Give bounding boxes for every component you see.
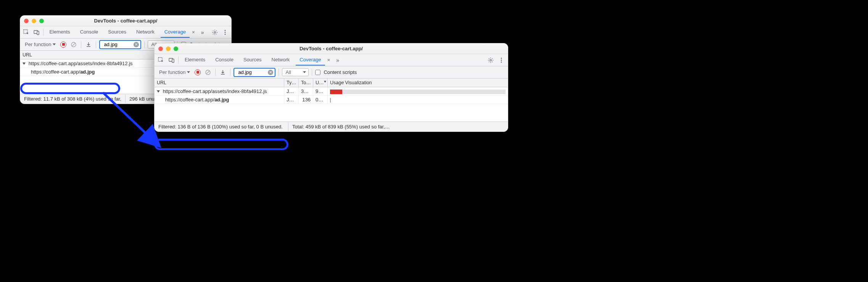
kebab-menu-icon[interactable] (497, 56, 506, 64)
column-headers: URL Ty… To… U… Usage Visualization (155, 79, 508, 87)
svg-line-8 (72, 43, 75, 46)
inspect-icon[interactable] (157, 56, 165, 64)
tab-network[interactable]: Network (268, 54, 294, 66)
table-row[interactable]: https://coffee-cart.app/ad.jpg JS… 136 0… (155, 96, 508, 104)
svg-rect-11 (172, 59, 174, 62)
content-scripts-label: Content scripts (324, 69, 357, 75)
granularity-dropdown[interactable]: Per function (158, 69, 192, 76)
col-viz[interactable]: Usage Visualization (328, 79, 508, 87)
coverage-rows: https://coffee-cart.app/assets/index-8bf… (155, 87, 508, 122)
separator (43, 29, 43, 36)
record-button[interactable] (60, 42, 66, 48)
row-url-prefix: https://coffee-cart.app/ (31, 69, 80, 75)
svg-point-5 (224, 32, 225, 33)
more-tabs-icon[interactable]: » (199, 28, 206, 37)
tab-sources[interactable]: Sources (240, 54, 266, 66)
disclosure-triangle-icon[interactable] (157, 90, 160, 93)
svg-rect-2 (37, 31, 39, 35)
export-icon[interactable] (219, 68, 227, 77)
settings-gear-icon[interactable] (486, 56, 495, 64)
separator (230, 69, 230, 76)
row-type: JS… (284, 96, 299, 104)
close-tab-icon[interactable]: × (326, 56, 332, 64)
tab-console[interactable]: Console (76, 27, 102, 38)
row-url: https://coffee-cart.app/assets/index-8bf… (163, 88, 267, 94)
svg-point-3 (214, 31, 216, 33)
device-toolbar-icon[interactable] (33, 28, 41, 37)
col-url[interactable]: URL (155, 79, 284, 87)
col-type[interactable]: Ty… (284, 79, 299, 87)
row-url-prefix: https://coffee-cart.app/ (165, 97, 214, 103)
tab-elements[interactable]: Elements (45, 27, 74, 38)
tab-network[interactable]: Network (132, 27, 158, 38)
col-unused[interactable]: U… (313, 79, 328, 87)
type-filter-label: All (285, 69, 291, 75)
more-tabs-icon[interactable]: » (334, 56, 341, 65)
row-viz (328, 88, 508, 95)
row-total: 136 (299, 96, 313, 104)
svg-point-6 (224, 34, 225, 35)
chevron-down-icon (187, 71, 190, 73)
titlebar[interactable]: DevTools - coffee-cart.app/ (20, 16, 231, 26)
col-total[interactable]: To… (299, 79, 313, 87)
separator (96, 41, 96, 48)
separator (279, 69, 279, 76)
svg-line-17 (206, 71, 209, 74)
svg-point-4 (224, 30, 225, 31)
url-filter-text[interactable] (103, 41, 134, 48)
tab-sources[interactable]: Sources (104, 27, 130, 38)
tab-coverage[interactable]: Coverage (296, 54, 325, 66)
device-toolbar-icon[interactable] (167, 56, 176, 64)
tab-elements[interactable]: Elements (181, 54, 209, 66)
annotation-highlight (154, 139, 288, 150)
panel-tabbar: Elements Console Sources Network Coverag… (155, 54, 508, 66)
row-url-match: ad.jpg (80, 69, 95, 75)
titlebar[interactable]: DevTools - coffee-cart.app/ (155, 43, 508, 54)
svg-point-12 (490, 59, 491, 61)
granularity-dropdown[interactable]: Per function (23, 41, 57, 48)
panel-tabbar: Elements Console Sources Network Coverag… (20, 26, 231, 38)
separator (81, 41, 81, 48)
export-icon[interactable] (84, 40, 93, 49)
url-filter-text[interactable] (237, 69, 268, 75)
separator (178, 57, 179, 64)
status-filtered: Filtered: 11.7 kB of 308 kB (4%) used so… (20, 95, 125, 103)
clear-icon[interactable] (69, 40, 78, 49)
close-tab-icon[interactable]: × (190, 28, 196, 37)
sort-indicator-icon (324, 81, 326, 83)
row-url-match: ad.jpg (214, 97, 229, 103)
devtools-window-after: DevTools - coffee-cart.app/ Elements Con… (154, 43, 508, 132)
settings-gear-icon[interactable] (211, 28, 219, 37)
window-title: DevTools - coffee-cart.app/ (155, 46, 508, 51)
row-viz (328, 96, 508, 104)
url-filter-input[interactable]: ✕ (99, 40, 141, 49)
url-filter-input[interactable]: ✕ (234, 68, 275, 77)
separator (312, 69, 312, 76)
clear-icon[interactable] (204, 68, 212, 77)
separator (144, 41, 145, 48)
status-bar: Filtered: 136 B of 136 B (100%) used so … (155, 122, 508, 131)
coverage-toolbar: Per function ✕ All Content scripts (155, 66, 508, 79)
tab-coverage[interactable]: Coverage (161, 27, 190, 38)
row-unused: 0… (313, 96, 328, 104)
granularity-label: Per function (25, 42, 51, 47)
table-row[interactable]: https://coffee-cart.app/assets/index-8bf… (155, 87, 508, 96)
clear-filter-icon[interactable]: ✕ (268, 70, 273, 75)
status-filtered: Filtered: 136 B of 136 B (100%) used so … (155, 122, 288, 131)
row-url: https://coffee-cart.app/assets/index-8bf… (29, 61, 133, 66)
type-filter-dropdown[interactable]: All (282, 68, 309, 76)
clear-filter-icon[interactable]: ✕ (134, 42, 139, 47)
disclosure-triangle-icon[interactable] (23, 62, 26, 65)
record-button[interactable] (195, 69, 201, 75)
granularity-label: Per function (159, 69, 185, 75)
svg-point-13 (501, 58, 502, 59)
kebab-menu-icon[interactable] (221, 28, 229, 37)
tab-console[interactable]: Console (211, 54, 237, 66)
content-scripts-checkbox[interactable] (315, 70, 320, 75)
separator (215, 69, 216, 76)
row-unused: 96… (313, 87, 328, 95)
chevron-down-icon (53, 43, 56, 45)
row-type: JS… (284, 87, 299, 95)
svg-point-15 (501, 61, 502, 62)
inspect-icon[interactable] (23, 28, 31, 37)
